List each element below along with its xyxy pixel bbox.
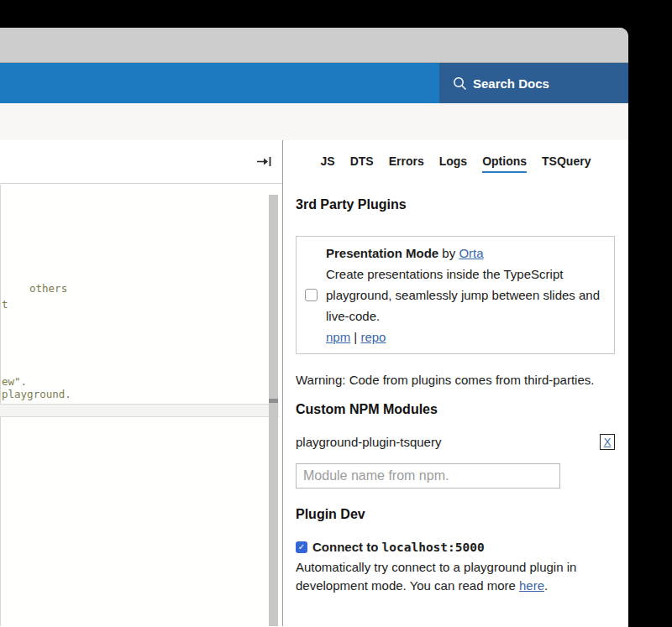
- tab-dts[interactable]: DTS: [350, 154, 374, 173]
- editor-panel: others t ew". playground.: [0, 140, 283, 626]
- connect-label: Connect to localhost:5000: [312, 540, 485, 554]
- plugin-title-line: Presentation Mode by Orta: [326, 243, 606, 264]
- code-line: playground.: [2, 388, 71, 400]
- plugin-dev-description: Automatically try connect to a playgroun…: [296, 558, 615, 595]
- plugin-dev-heading: Plugin Dev: [296, 507, 615, 522]
- window-titlebar: [0, 28, 628, 63]
- link-separator: |: [350, 330, 360, 344]
- connect-checkbox[interactable]: ✓: [296, 541, 307, 553]
- editor-scrollbar[interactable]: [269, 195, 278, 626]
- plugin-info: Presentation Mode by Orta Create present…: [326, 243, 606, 347]
- search-icon: [453, 76, 467, 91]
- code-line: t: [2, 298, 8, 311]
- playground-toolbar-strip: [0, 103, 628, 140]
- dev-para-period: .: [544, 578, 548, 593]
- tab-errors[interactable]: Errors: [389, 154, 424, 173]
- read-more-link[interactable]: here: [519, 578, 544, 593]
- npm-link[interactable]: npm: [326, 330, 350, 344]
- editor-toolbar: [0, 140, 283, 184]
- code-line: ew".: [2, 375, 27, 388]
- search-docs-button[interactable]: Search Docs: [439, 63, 628, 103]
- scrollbar-thumb[interactable]: [269, 399, 278, 403]
- checkmark-icon: ✓: [298, 542, 305, 551]
- module-name: playground-plugin-tsquery: [296, 435, 441, 449]
- plugin-links: npm | repo: [326, 327, 606, 347]
- custom-npm-modules-heading: Custom NPM Modules: [296, 402, 615, 417]
- plugin-title: Presentation Mode: [326, 246, 438, 260]
- collapse-sidebar-icon[interactable]: [256, 155, 274, 171]
- module-name-input[interactable]: [296, 463, 560, 489]
- third-party-plugins-heading: 3rd Party Plugins: [296, 197, 615, 212]
- repo-link[interactable]: repo: [360, 330, 386, 344]
- tab-tsquery[interactable]: TSQuery: [542, 154, 591, 173]
- localhost-address: localhost:5000: [382, 541, 485, 554]
- connect-label-text: Connect to: [312, 540, 382, 554]
- plugin-author-link[interactable]: Orta: [459, 246, 483, 260]
- plugin-description: Create presentations inside the TypeScri…: [326, 264, 606, 327]
- editor-separator-strip: [0, 404, 279, 417]
- tab-logs[interactable]: Logs: [439, 154, 467, 173]
- main-content: others t ew". playground. JS DTS Errors …: [0, 140, 628, 626]
- plugin-enable-checkbox[interactable]: [305, 289, 318, 301]
- module-row: playground-plugin-tsquery X: [296, 434, 615, 450]
- remove-module-button[interactable]: X: [600, 434, 615, 450]
- connect-localhost-row: ✓ Connect to localhost:5000: [296, 540, 615, 554]
- top-nav-bar: Search Docs: [0, 63, 628, 103]
- sidebar-tabs: JS DTS Errors Logs Options TSQuery: [283, 154, 628, 173]
- plugin-by-label: by: [438, 246, 459, 260]
- search-docs-label: Search Docs: [473, 76, 549, 91]
- tab-options[interactable]: Options: [482, 154, 527, 173]
- app-window: Search Docs others t ew". playground.: [0, 28, 628, 627]
- panel-divider: [282, 140, 283, 626]
- options-tab-content: 3rd Party Plugins Presentation Mode by O…: [296, 197, 615, 595]
- sidebar-panel: JS DTS Errors Logs Options TSQuery 3rd P…: [283, 140, 628, 626]
- tab-js[interactable]: JS: [321, 154, 335, 173]
- plugin-card: Presentation Mode by Orta Create present…: [296, 236, 615, 354]
- code-line: others: [29, 282, 67, 295]
- plugins-warning-text: Warning: Code from plugins comes from th…: [296, 369, 606, 390]
